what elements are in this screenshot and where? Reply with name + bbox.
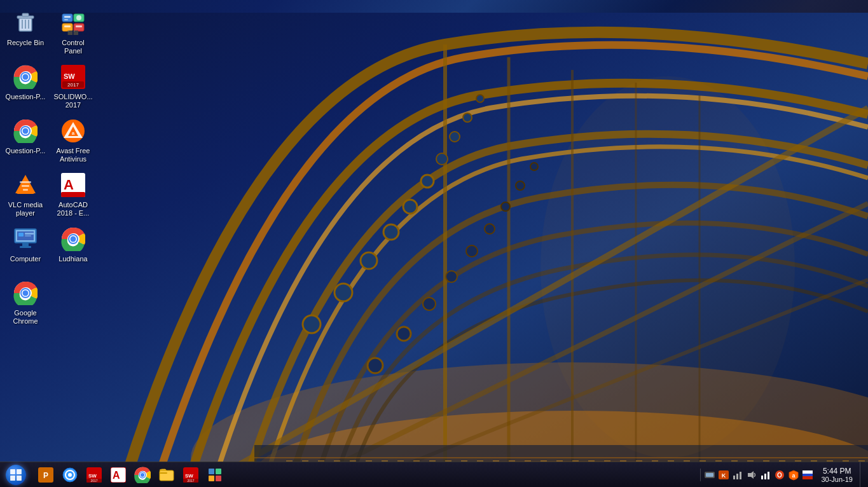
svg-point-17 — [436, 153, 448, 165]
tray-icon-antivirus[interactable]: a — [787, 469, 800, 481]
chrome-icon-1 — [12, 64, 39, 90]
svg-rect-121 — [706, 473, 713, 477]
solidworks-icon: SW 2017 — [60, 64, 86, 90]
tray-icon-network[interactable] — [731, 469, 744, 481]
desktop-icon-solidworks[interactable]: SW 2017 SOLIDWO... 2017 — [51, 60, 95, 111]
svg-rect-77 — [22, 243, 29, 246]
clock-date: 30-Jun-19 — [821, 476, 853, 483]
svg-rect-74 — [61, 192, 85, 197]
svg-rect-110 — [160, 470, 174, 481]
desktop-icon-vlc[interactable]: VLC media player — [3, 168, 48, 219]
chrome-icon-2 — [12, 118, 39, 144]
control-panel-icon: ⬛⬛ — [60, 10, 86, 36]
autocad-label: AutoCAD 2018 - E... — [53, 201, 93, 217]
svg-rect-128 — [761, 476, 763, 479]
taskbar-item-solidworks[interactable]: SW 2017 — [83, 464, 106, 486]
background-image — [0, 0, 868, 487]
svg-rect-47 — [64, 19, 68, 20]
recycle-bin-label: Recycle Bin — [7, 39, 44, 47]
desktop-icon-control-panel[interactable]: ⬛⬛ Control Panel — [51, 6, 95, 57]
recycle-bin-icon — [12, 10, 39, 36]
taskbar-chrome-icon — [134, 467, 151, 483]
desktop-icon-google-chrome[interactable]: Google Chrome — [3, 277, 48, 327]
svg-rect-68 — [17, 191, 34, 194]
svg-text:a: a — [72, 130, 75, 136]
svg-rect-136 — [803, 476, 813, 479]
svg-rect-124 — [733, 476, 735, 479]
clock[interactable]: 5:44 PM 30-Jun-19 — [816, 462, 858, 487]
taskbar: P SW — [0, 462, 868, 487]
tray-icon-signal[interactable] — [759, 469, 772, 481]
svg-point-22 — [397, 327, 411, 341]
svg-text:2017: 2017 — [90, 479, 97, 483]
desktop-icon-autocad[interactable]: A AutoCAD 2018 - E... — [51, 168, 95, 219]
chrome-question1-label: Question-P... — [6, 93, 46, 101]
svg-point-86 — [71, 237, 76, 242]
tray-icon-volume[interactable] — [745, 469, 758, 481]
svg-rect-93 — [10, 476, 15, 481]
svg-point-12 — [334, 284, 352, 301]
svg-text:A: A — [64, 177, 74, 193]
svg-rect-94 — [17, 476, 22, 481]
svg-text:2017: 2017 — [67, 82, 79, 88]
svg-point-48 — [76, 15, 81, 20]
vlc-icon — [12, 172, 39, 198]
taskbar-item-explorer[interactable] — [155, 464, 178, 486]
tray-icon-flag[interactable] — [801, 469, 814, 481]
svg-point-20 — [476, 95, 484, 102]
svg-point-16 — [421, 175, 434, 188]
svg-rect-71 — [23, 189, 28, 191]
tray-icon-office[interactable]: O — [773, 469, 786, 481]
google-chrome-label: Google Chrome — [5, 309, 46, 326]
vlc-label: VLC media player — [5, 201, 46, 217]
svg-point-26 — [485, 224, 495, 234]
taskbar-autocad-icon: A — [110, 467, 127, 483]
google-chrome-icon — [12, 280, 39, 306]
svg-rect-69 — [20, 181, 31, 183]
svg-point-25 — [466, 245, 478, 257]
svg-point-11 — [303, 315, 320, 333]
desktop-icon-recycle-bin[interactable]: Recycle Bin — [3, 6, 48, 57]
desktop-icon-computer[interactable]: Computer — [3, 223, 48, 273]
svg-point-64 — [23, 128, 29, 134]
tray-icon-klok[interactable]: K — [717, 469, 730, 481]
start-button[interactable] — [0, 462, 32, 488]
taskbar-item-chrome[interactable] — [131, 464, 154, 486]
autocad-icon: A — [60, 172, 86, 198]
taskbar-item-solidworks2[interactable]: SW 2017 — [179, 464, 202, 486]
svg-rect-119 — [216, 476, 221, 481]
show-desktop-button[interactable] — [860, 462, 865, 488]
taskbar-item-app1[interactable]: P — [34, 464, 57, 486]
desktop-icon-chrome-question2[interactable]: Question-P... — [3, 114, 48, 165]
svg-rect-46 — [64, 16, 71, 18]
svg-text:2017: 2017 — [187, 479, 194, 483]
desktop-icon-ludhiana[interactable]: Ludhiana — [51, 223, 95, 273]
svg-text:A: A — [113, 470, 120, 481]
system-tray: K — [697, 462, 868, 487]
svg-point-109 — [141, 472, 144, 476]
taskbar-item-app2[interactable] — [59, 464, 81, 486]
taskbar-item-autocad[interactable]: A — [107, 464, 130, 486]
svg-rect-50 — [76, 25, 82, 27]
svg-point-35 — [541, 76, 795, 458]
desktop-icon-chrome-question1[interactable]: Question-P... — [3, 60, 48, 111]
taskbar-app1-icon: P — [38, 467, 54, 483]
tray-icon-1[interactable] — [703, 469, 716, 481]
windows-orb-icon — [6, 465, 26, 485]
svg-text:SW: SW — [185, 473, 193, 479]
desktop-icon-avast[interactable]: a Avast Free Antivirus — [51, 114, 95, 165]
svg-text:P: P — [43, 471, 48, 480]
svg-point-29 — [530, 163, 538, 170]
svg-point-14 — [383, 224, 399, 240]
desktop: Recycle Bin ⬛⬛ — [0, 0, 868, 487]
svg-rect-92 — [17, 469, 22, 474]
svg-text:SW: SW — [64, 72, 75, 80]
svg-rect-49 — [64, 25, 71, 27]
svg-text:K: K — [722, 472, 726, 479]
taskbar-solidworks2-icon: SW 2017 — [183, 467, 199, 483]
taskbar-item-grid[interactable] — [203, 464, 226, 486]
svg-point-15 — [403, 200, 417, 214]
svg-point-90 — [23, 291, 29, 296]
svg-rect-118 — [209, 476, 214, 481]
taskbar-explorer-icon — [158, 467, 175, 483]
